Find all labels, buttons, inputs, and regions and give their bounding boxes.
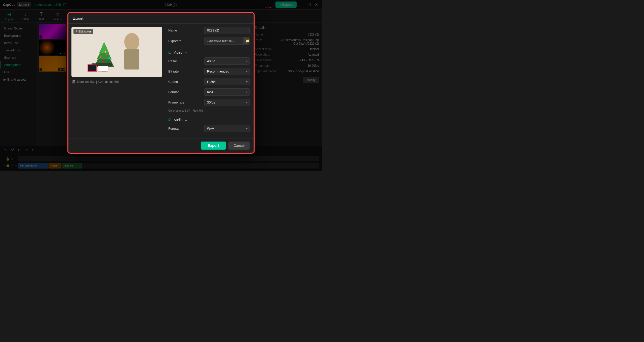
svg-rect-0 <box>71 27 162 77</box>
framerate-select-wrapper: 24fps 25fps 30fps 50fps 60fps <box>204 99 250 106</box>
audio-section-arrow[interactable]: ▲ <box>185 118 188 122</box>
video-section-arrow[interactable]: ▲ <box>185 51 188 54</box>
dialog-cancel-button[interactable]: Cancel <box>228 142 250 150</box>
video-section-title: Video <box>174 50 183 54</box>
svg-rect-14 <box>98 66 108 72</box>
svg-point-7 <box>100 56 101 58</box>
audio-format-select-wrapper: WAV MP3 AAC <box>204 125 250 132</box>
bitrate-row: Bit rate Low Recommended High <box>168 68 250 75</box>
audio-format-label: Format <box>168 127 188 130</box>
codec-label: Codec <box>168 80 188 84</box>
export-to-path: 📁 <box>204 37 250 45</box>
audio-format-select[interactable]: WAV MP3 AAC <box>204 125 250 132</box>
svg-point-1 <box>124 33 139 51</box>
export-dialog-overlay: Export <box>0 0 322 171</box>
audio-section-title: Audio <box>174 118 183 122</box>
red-arrow-indicator: → <box>263 4 273 12</box>
divider-1 <box>168 48 250 48</box>
bitrate-select-wrapper: Low Recommended High <box>204 68 250 75</box>
dialog-footer: Export Cancel <box>68 138 254 153</box>
video-section-header: ☑ Video ▲ <box>168 50 250 54</box>
name-label: Name <box>168 28 188 32</box>
audio-section-header: ☑ Audio ▲ <box>168 118 250 122</box>
framerate-label: Frame rate <box>168 100 188 104</box>
resolution-row: Resol... 360P 480P 720P 1080P 2K 4K <box>168 57 250 65</box>
preview-thumbnail: ✎ Edit cover <box>71 27 162 77</box>
resolution-label: Resol... <box>168 59 188 63</box>
preview-svg <box>71 27 162 77</box>
color-space-note: Color space: SDR - Rec.709 <box>168 109 250 112</box>
dialog-info: 🎬 Duration: 53s | Size: about 36M <box>71 80 119 84</box>
codec-row: Codec H.264 H.265 ProRes <box>168 78 250 85</box>
resolution-select-wrapper: 360P 480P 720P 1080P 2K 4K <box>204 57 250 65</box>
export-path-input[interactable] <box>205 38 243 44</box>
codec-select-wrapper: H.264 H.265 ProRes <box>204 78 250 85</box>
svg-point-9 <box>102 61 104 63</box>
format-row: Format mp4 mov avi <box>168 88 250 96</box>
dialog-export-button[interactable]: Export <box>201 142 226 150</box>
format-select[interactable]: mp4 mov avi <box>204 88 250 96</box>
format-label: Format <box>168 90 188 94</box>
bitrate-label: Bit rate <box>168 70 188 73</box>
svg-rect-2 <box>124 49 139 70</box>
divider-2 <box>168 115 250 115</box>
svg-rect-15 <box>92 63 112 66</box>
video-check-icon[interactable]: ☑ <box>168 50 172 54</box>
dialog-body: ✎ Edit cover 🎬 Duration: 53s | Size: abo… <box>68 24 254 138</box>
dialog-preview: ✎ Edit cover 🎬 Duration: 53s | Size: abo… <box>68 24 164 138</box>
name-row: Name <box>168 27 250 34</box>
svg-point-11 <box>106 54 107 55</box>
export-to-label: Export to <box>168 39 188 43</box>
audio-check-icon[interactable]: ☑ <box>168 118 172 122</box>
export-dialog: Export <box>68 13 254 153</box>
bitrate-select[interactable]: Low Recommended High <box>204 68 250 75</box>
framerate-select[interactable]: 24fps 25fps 30fps 50fps 60fps <box>204 99 250 106</box>
audio-format-row: Format WAV MP3 AAC <box>168 125 250 132</box>
browse-folder-button[interactable]: 📁 <box>243 37 250 44</box>
dialog-header: Export <box>68 13 254 24</box>
svg-point-8 <box>105 51 106 53</box>
codec-select[interactable]: H.264 H.265 ProRes <box>204 78 250 85</box>
edit-cover-button[interactable]: ✎ Edit cover <box>73 29 93 34</box>
format-select-wrapper: mp4 mov avi <box>204 88 250 96</box>
resolution-select[interactable]: 360P 480P 720P 1080P 2K 4K <box>204 57 250 65</box>
name-input[interactable] <box>204 27 250 34</box>
framerate-row: Frame rate 24fps 25fps 30fps 50fps 60fps <box>168 99 250 106</box>
dialog-settings: Name Export to 📁 ☑ Video ▲ <box>164 24 254 138</box>
export-to-row: Export to 📁 <box>168 37 250 45</box>
svg-point-10 <box>108 57 110 59</box>
